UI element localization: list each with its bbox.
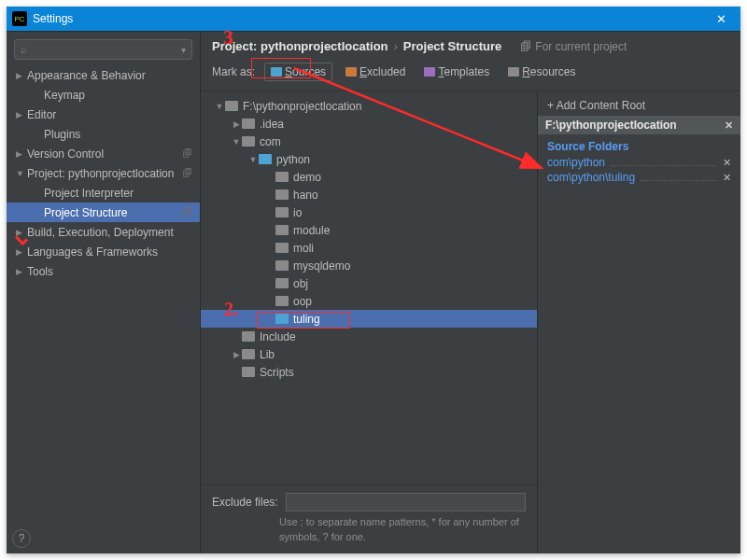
tree-row-label: demo [293,171,321,184]
mark-as-label: Mark as: [212,65,255,78]
nav-item-label: Appearance & Behavior [27,69,192,82]
tree-row-label: com [260,135,281,148]
tree-row-scripts[interactable]: Scripts [201,363,537,381]
source-folder-row[interactable]: com\python\tuling✕ [538,170,740,185]
nav-item-keymap[interactable]: ▶Keymap [7,85,200,105]
nav-item-label: Project Structure [44,206,183,219]
exclude-input[interactable] [286,493,526,511]
folder-icon [345,67,357,77]
folder-icon [242,367,255,377]
tree-row-moli[interactable]: moli [201,239,537,257]
tree-row-obj[interactable]: obj [201,274,537,292]
tree-row-lib[interactable]: ▶Lib [201,345,537,363]
nav-item-project-structure[interactable]: ▶Project Structure🗐 [7,203,200,222]
tree-row-label: Include [260,330,296,343]
chevron-icon: ▶ [16,71,27,80]
mark-excluded-label: Excluded [359,65,405,78]
tree-row-com[interactable]: ▼com [201,133,537,150]
nav-item-project-interpreter[interactable]: ▶Project Interpreter [7,183,200,203]
chevron-icon: ▶ [16,267,27,276]
main-panel: Project: pythonprojectlocation › Project… [201,32,740,553]
search-input[interactable] [31,43,181,56]
dots-filler [611,159,717,166]
window-title: Settings [33,12,707,25]
remove-content-root-icon[interactable]: ✕ [725,119,733,132]
tree-row-include[interactable]: Include [201,328,537,345]
nav-item-label: Project: pythonprojectlocation [27,167,183,180]
content-root-row[interactable]: F:\pythonprojectlocation ✕ [538,116,740,134]
tree-row-label: F:\pythonprojectlocation [243,100,361,113]
tree-row--idea[interactable]: ▶.idea [201,115,537,133]
nav-item-editor[interactable]: ▶Editor [7,105,200,124]
titlebar: PC Settings ✕ [7,7,740,31]
nav-item-tools[interactable]: ▶Tools [7,261,200,281]
tree-row-python[interactable]: ▼python [201,150,537,168]
search-history-icon[interactable]: ▾ [181,45,186,55]
tree-row-io[interactable]: io [201,203,537,221]
copy-icon: 🗐 [520,40,531,53]
source-folder-row[interactable]: com\python✕ [538,155,740,170]
search-input-wrap[interactable]: ⌕ ▾ [14,39,192,60]
nav-item-label: Version Control [27,147,183,161]
nav-item-plugins[interactable]: ▶Plugins [7,124,200,144]
content-root-label: F:\pythonprojectlocation [545,119,677,132]
copy-icon: 🗐 [183,148,192,159]
chevron-icon: ▶ [16,110,27,119]
tree-row-label: oop [293,295,312,308]
folder-icon [271,67,282,77]
for-current-project-label: For current project [535,40,627,53]
nav-item-label: Project Interpreter [44,187,192,200]
breadcrumb: Project: pythonprojectlocation › Project… [212,39,729,53]
nav-item-languages-frameworks[interactable]: ▶Languages & Frameworks [7,242,200,261]
nav-item-label: Keymap [44,89,192,102]
chevron-icon: ▶ [16,149,27,159]
nav-item-build-execution-deployment[interactable]: ▶Build, Execution, Deployment [7,222,200,242]
mark-resources-label: Resources [522,65,575,78]
chevron-icon: ▼ [247,155,259,164]
tree-row-demo[interactable]: demo [201,168,537,186]
tree-panel: ▼F:\pythonprojectlocation▶.idea▼com▼pyth… [201,91,537,553]
source-folder-path: com\python [547,156,605,169]
mark-sources-button[interactable]: Sources [264,63,332,81]
tree-row-hano[interactable]: hano [201,186,537,203]
folder-icon [275,296,289,306]
breadcrumb-page: Project Structure [403,39,501,53]
copy-icon: 🗐 [183,207,192,217]
nav-item-label: Plugins [44,128,192,141]
folder-icon [242,119,255,129]
tree-row-f-pythonprojectlocation[interactable]: ▼F:\pythonprojectlocation [201,97,537,115]
nav-tree: ▶Appearance & Behavior▶Keymap▶Editor▶Plu… [7,65,200,553]
nav-item-version-control[interactable]: ▶Version Control🗐 [7,144,200,163]
folder-icon [275,207,289,217]
chevron-icon: ▶ [16,247,27,257]
help-button[interactable]: ? [12,529,31,548]
nav-item-project-pythonprojectlocation[interactable]: ▼Project: pythonprojectlocation🗐 [7,163,200,183]
chevron-icon: ▶ [16,228,27,237]
add-content-root-button[interactable]: + Add Content Root [538,95,740,116]
tree-row-module[interactable]: module [201,221,537,239]
mark-resources-button[interactable]: Resources [502,63,581,80]
tree-row-tuling[interactable]: tuling [201,310,537,328]
settings-window: PC Settings ✕ ⌕ ▾ ▶Appearance & Behavior… [7,7,740,553]
mark-templates-label: Templates [438,65,489,78]
folder-tree: ▼F:\pythonprojectlocation▶.idea▼com▼pyth… [201,91,537,484]
nav-item-appearance-behavior[interactable]: ▶Appearance & Behavior [7,65,200,85]
folder-icon [275,314,289,324]
tree-row-mysqldemo[interactable]: mysqldemo [201,257,537,274]
content-roots-panel: + Add Content Root F:\pythonprojectlocat… [537,91,740,553]
nav-item-label: Build, Execution, Deployment [27,226,192,239]
folder-icon [275,243,289,253]
mark-sources-label: Sources [285,65,326,78]
tree-row-label: hano [293,189,318,202]
search-icon: ⌕ [21,43,27,56]
close-icon[interactable]: ✕ [707,7,735,31]
tree-row-oop[interactable]: oop [201,292,537,310]
exclude-label: Exclude files: [212,496,278,509]
remove-source-folder-icon[interactable]: ✕ [723,172,731,184]
source-folder-path: com\python\tuling [547,171,635,184]
mark-templates-button[interactable]: Templates [418,63,495,80]
remove-source-folder-icon[interactable]: ✕ [723,157,731,169]
tree-row-label: mysqldemo [293,259,350,273]
mark-excluded-button[interactable]: Excluded [340,63,411,80]
main-content: ▼F:\pythonprojectlocation▶.idea▼com▼pyth… [201,91,740,553]
